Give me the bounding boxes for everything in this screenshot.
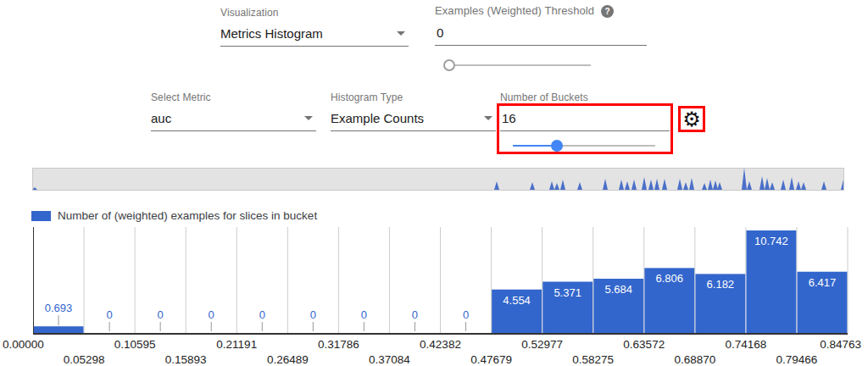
x-axis-label: 0.10595: [114, 338, 156, 351]
x-axis-label: 0.05298: [64, 353, 105, 366]
overview-spike: [648, 180, 654, 190]
metrics-histogram-panel: Visualization Metrics Histogram Examples…: [0, 0, 868, 366]
overview-spike: [677, 179, 682, 190]
overview-spike: [549, 181, 554, 190]
histogram-type-select[interactable]: Example Counts: [331, 111, 496, 131]
chevron-down-icon: [484, 116, 492, 120]
x-axis-label: 0.47679: [470, 353, 512, 366]
x-axis-label: 0.74168: [725, 338, 766, 351]
overview-spike: [770, 182, 775, 190]
overview-spike: [642, 177, 647, 190]
visualization-value: Metrics Histogram: [220, 26, 323, 41]
x-axis-label: 0.00000: [3, 338, 44, 351]
overview-spike: [801, 182, 806, 190]
bar-value-label: 0: [361, 308, 367, 321]
x-axis-label: 0.84763: [820, 338, 861, 351]
overview-spike: [689, 178, 694, 190]
threshold-input[interactable]: [435, 25, 647, 46]
x-axis-label: 0.42382: [420, 338, 461, 351]
histogram-type-control: Histogram Type Example Counts: [331, 92, 496, 131]
overview-spike: [494, 181, 499, 190]
overview-spike: [683, 182, 688, 190]
overview-spike: [708, 180, 713, 190]
visualization-select[interactable]: Metrics Histogram: [220, 26, 409, 47]
overview-strip[interactable]: [32, 168, 844, 191]
chevron-down-icon: [397, 31, 405, 36]
legend-label: Number of (weighted) examples for slices…: [58, 209, 317, 222]
select-metric-select[interactable]: auc: [151, 111, 316, 131]
threshold-slider-knob[interactable]: [443, 59, 455, 71]
num-buckets-input[interactable]: [500, 111, 670, 131]
bar-value-label: 0: [106, 308, 112, 321]
histogram-type-label: Histogram Type: [331, 92, 496, 103]
overview-spike: [821, 181, 826, 190]
overview-spike: [713, 180, 718, 190]
overview-spike: [625, 181, 630, 190]
bar-value-label: 4.554: [503, 294, 531, 307]
chart-legend: Number of (weighted) examples for slices…: [31, 209, 317, 222]
num-buckets-slider[interactable]: [513, 140, 655, 152]
x-axis-label: 0.68870: [674, 353, 715, 366]
overview-spike: [841, 180, 843, 190]
overview-spike: [702, 183, 707, 190]
num-buckets-slider-knob[interactable]: [551, 140, 563, 152]
overview-spike: [796, 181, 801, 190]
overview-spike: [742, 169, 747, 190]
histogram-type-value: Example Counts: [331, 111, 424, 125]
threshold-slider[interactable]: [443, 59, 591, 71]
x-axis-label: 0.79466: [776, 353, 818, 366]
settings-gear-icon[interactable]: ⚙: [679, 107, 704, 132]
x-axis-label: 0.15893: [165, 353, 207, 366]
visualization-label: Visualization: [220, 7, 409, 19]
bar-value-label: 0: [259, 308, 265, 321]
overview-spike: [662, 179, 667, 190]
overview-spike: [789, 177, 794, 190]
bar-value-label: 6.417: [809, 276, 837, 289]
overview-spike: [781, 180, 786, 190]
x-axis-label: 0.52977: [521, 338, 563, 351]
bar-value-label: 10.742: [754, 235, 788, 247]
overview-spike: [33, 187, 37, 190]
bar-value-label: 6.806: [656, 272, 684, 285]
bar-value-label: 0.693: [45, 302, 73, 314]
threshold-control: Examples (Weighted) Threshold?: [435, 4, 647, 46]
x-axis-label: 0.63572: [623, 338, 665, 351]
x-axis-label: 0.31786: [318, 338, 359, 351]
bar-value-label: 5.371: [554, 286, 581, 299]
histogram-bar: [34, 326, 84, 333]
overview-spike: [560, 180, 565, 190]
overview-spike: [619, 180, 624, 190]
bar-value-label: 5.684: [604, 283, 632, 296]
overview-spike: [603, 179, 608, 190]
bar-value-label: 0: [412, 308, 418, 321]
legend-swatch: [31, 211, 51, 221]
overview-spike: [765, 178, 770, 190]
overview-spike: [530, 182, 535, 190]
overview-spike: [654, 179, 659, 190]
histogram-svg: 0.693000000004.5545.3715.6846.8066.18210…: [0, 222, 868, 366]
x-axis-label: 0.26489: [267, 353, 309, 366]
threshold-label: Examples (Weighted) Threshold?: [435, 4, 647, 18]
overview-spike: [577, 182, 582, 190]
select-metric-control: Select Metric auc: [151, 92, 316, 131]
bar-value-label: 0: [310, 308, 316, 321]
num-buckets-control: Number of Buckets: [500, 92, 670, 131]
overview-spike: [554, 183, 559, 190]
help-icon[interactable]: ?: [601, 5, 614, 18]
num-buckets-label: Number of Buckets: [500, 92, 670, 103]
overview-svg: [33, 169, 843, 190]
overview-spike: [632, 180, 637, 190]
bar-value-label: 0: [158, 308, 164, 321]
overview-spike: [717, 182, 722, 190]
x-axis-label: 0.58275: [572, 353, 614, 366]
bar-value-label: 0: [209, 308, 214, 321]
x-axis-label: 0.37084: [369, 353, 410, 366]
x-axis-label: 0.21191: [216, 338, 257, 351]
overview-spike: [747, 181, 752, 190]
select-metric-value: auc: [151, 111, 171, 125]
bar-value-label: 6.182: [707, 278, 735, 291]
histogram-chart: 0.693000000004.5545.3715.6846.8066.18210…: [0, 222, 868, 366]
overview-spike: [760, 176, 765, 190]
select-metric-label: Select Metric: [151, 92, 316, 103]
bar-value-label: 0: [463, 308, 469, 321]
